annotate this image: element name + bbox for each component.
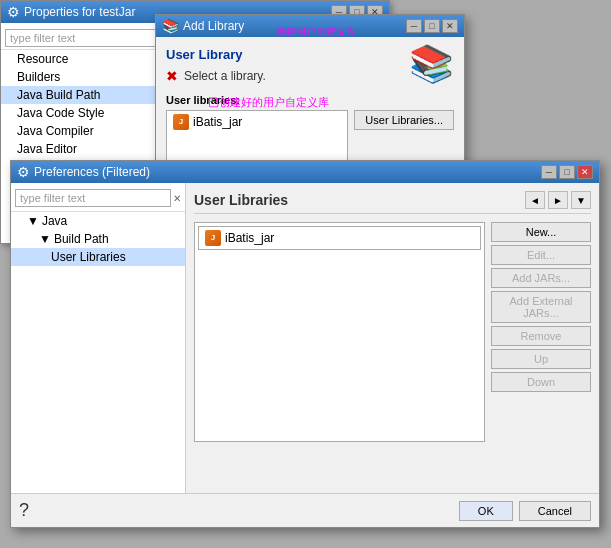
dialog-instruction: ✖ Select a library. bbox=[166, 68, 266, 84]
user-libs-actions: New... Edit... Add JARs... Add External … bbox=[491, 222, 591, 442]
properties-title: Properties for testJar bbox=[24, 5, 135, 19]
add-lib-icon: 📚 bbox=[162, 18, 179, 34]
properties-filter-input[interactable] bbox=[5, 29, 161, 47]
pref-jar-icon: J bbox=[205, 230, 221, 246]
pref-maximize-button[interactable]: □ bbox=[559, 165, 575, 179]
preferences-bottom-bar: ? OK Cancel bbox=[11, 493, 599, 527]
clear-filter-button[interactable]: ✕ bbox=[173, 193, 181, 204]
edit-lib-button[interactable]: Edit... bbox=[491, 245, 591, 265]
pref-forward-button[interactable]: ► bbox=[548, 191, 568, 209]
remove-lib-button[interactable]: Remove bbox=[491, 326, 591, 346]
pref-ok-button[interactable]: OK bbox=[459, 501, 513, 521]
pref-tree-build-path[interactable]: ▼ Build Path bbox=[11, 230, 185, 248]
new-lib-button[interactable]: New... bbox=[491, 222, 591, 242]
add-library-title: Add Library bbox=[183, 19, 244, 33]
tree-buildpath-arrow: ▼ bbox=[39, 232, 51, 246]
java-code-style-label: Java Code Style bbox=[17, 106, 104, 120]
resource-label: Resource bbox=[17, 52, 68, 66]
sidebar-item-java-code-style[interactable]: Java Code Style bbox=[1, 104, 165, 122]
pref-tree-user-libraries[interactable]: User Libraries bbox=[11, 248, 185, 266]
up-lib-button[interactable]: Up bbox=[491, 349, 591, 369]
sidebar-item-resource[interactable]: Resource bbox=[1, 50, 165, 68]
dialog-minimize-button[interactable]: ─ bbox=[406, 19, 422, 33]
add-external-jars-button[interactable]: Add External JARs... bbox=[491, 291, 591, 323]
down-lib-button[interactable]: Down bbox=[491, 372, 591, 392]
sidebar-item-java-build-path[interactable]: Java Build Path bbox=[1, 86, 165, 104]
pref-main-title: User Libraries bbox=[194, 192, 288, 208]
preferences-titlebar: ⚙ Preferences (Filtered) ─ □ ✕ bbox=[11, 161, 599, 183]
java-compiler-label: Java Compiler bbox=[17, 124, 94, 138]
pref-minimize-button[interactable]: ─ bbox=[541, 165, 557, 179]
annotation-created: 已创建好的用户自定义库 bbox=[208, 95, 329, 110]
pref-lib-name: iBatis_jar bbox=[225, 231, 274, 245]
annotation-new: 新建用户自定义库 bbox=[276, 25, 356, 39]
dialog-close-button[interactable]: ✕ bbox=[442, 19, 458, 33]
preferences-title: Preferences (Filtered) bbox=[34, 165, 150, 179]
dialog-maximize-button[interactable]: □ bbox=[424, 19, 440, 33]
tree-java-arrow: ▼ bbox=[27, 214, 39, 228]
sidebar-item-java-compiler[interactable]: Java Compiler bbox=[1, 122, 165, 140]
preferences-main: User Libraries ◄ ► ▼ J iBatis_jar New...… bbox=[186, 183, 599, 493]
user-library-section-title: User Library bbox=[166, 47, 266, 62]
builders-label: Builders bbox=[17, 70, 60, 84]
pref-filter-input[interactable] bbox=[15, 189, 171, 207]
java-build-path-label: Java Build Path bbox=[17, 88, 100, 102]
preferences-sidebar: ✕ ▼ Java ▼ Build Path User Libraries bbox=[11, 183, 186, 493]
user-libraries-button[interactable]: User Libraries... bbox=[354, 110, 454, 130]
properties-icon: ⚙ bbox=[7, 4, 20, 20]
pref-lib-item-ibatis[interactable]: J iBatis_jar bbox=[198, 226, 481, 250]
pref-cancel-button[interactable]: Cancel bbox=[519, 501, 591, 521]
libs-list-item-ibatis[interactable]: J iBatis_jar bbox=[167, 111, 347, 133]
ibatis-lib-name: iBatis_jar bbox=[193, 115, 242, 129]
pref-dropdown-button[interactable]: ▼ bbox=[571, 191, 591, 209]
pref-back-button[interactable]: ◄ bbox=[525, 191, 545, 209]
pref-close-button[interactable]: ✕ bbox=[577, 165, 593, 179]
instruction-text: Select a library. bbox=[184, 69, 266, 83]
pref-help-button[interactable]: ? bbox=[19, 500, 29, 521]
pref-user-libs-list[interactable]: J iBatis_jar bbox=[194, 222, 485, 442]
ibatis-jar-icon: J bbox=[173, 114, 189, 130]
sidebar-item-java-editor[interactable]: Java Editor bbox=[1, 140, 165, 158]
pref-tree-java[interactable]: ▼ Java bbox=[11, 212, 185, 230]
pref-icon: ⚙ bbox=[17, 164, 30, 180]
error-icon: ✖ bbox=[166, 68, 178, 84]
tree-userlibs-label: User Libraries bbox=[51, 250, 126, 264]
books-icon-big: 📚 bbox=[409, 43, 454, 85]
sidebar-item-builders[interactable]: Builders bbox=[1, 68, 165, 86]
tree-buildpath-label: Build Path bbox=[54, 232, 109, 246]
tree-java-label: Java bbox=[42, 214, 67, 228]
java-editor-label: Java Editor bbox=[17, 142, 77, 156]
preferences-window: ⚙ Preferences (Filtered) ─ □ ✕ ✕ ▼ Java … bbox=[10, 160, 600, 528]
add-jars-button[interactable]: Add JARs... bbox=[491, 268, 591, 288]
